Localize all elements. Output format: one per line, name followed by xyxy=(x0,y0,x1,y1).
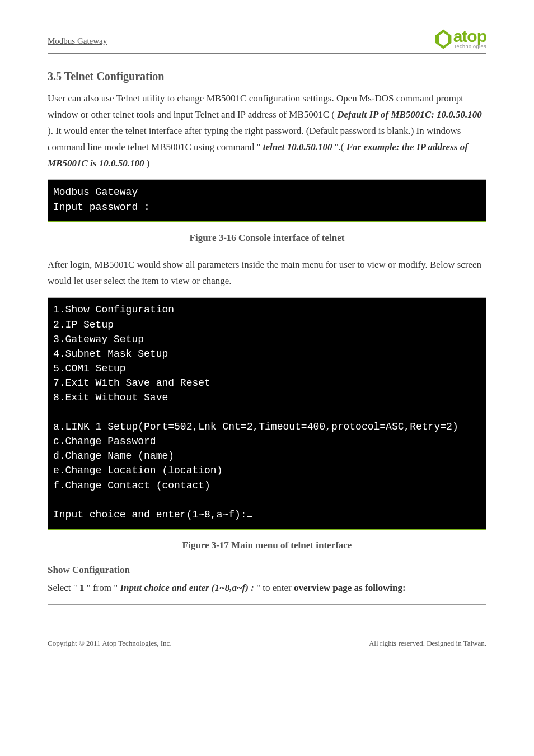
telnet-command: telnet 10.0.50.100 xyxy=(263,142,332,152)
text-span: ".( xyxy=(335,142,344,152)
default-ip-note: Default IP of MB5001C: 10.0.50.100 xyxy=(337,109,482,120)
prompt-text: Input choice and enter (1~8,a~f) : xyxy=(120,582,254,593)
terminal-line: Input password : xyxy=(53,202,150,213)
terminal-line: c.Change Password xyxy=(53,436,156,447)
brand-logo: atop Technologies xyxy=(434,28,486,49)
section-title: 3.5 Telnet Configuration xyxy=(48,70,486,83)
logo-text-block: atop Technologies xyxy=(453,28,486,49)
text-span: ) xyxy=(147,158,150,169)
terminal-line: 4.Subnet Mask Setup xyxy=(53,348,168,360)
figure-caption-1: Figure 3-16 Console interface of telnet xyxy=(48,232,486,244)
terminal-line: 7.Exit With Save and Reset xyxy=(53,377,210,389)
menu-choice-1: 1 xyxy=(79,582,85,593)
terminal-line: 8.Exit Without Save xyxy=(53,392,168,403)
sub-section-title: Show Configuration xyxy=(48,564,486,576)
overview-word: overview page as following: xyxy=(294,582,406,593)
logo-subtitle: Technologies xyxy=(453,44,486,49)
text-span: " to enter xyxy=(256,582,292,593)
header-left-title: Modbus Gateway xyxy=(48,36,107,49)
text-span: Select " xyxy=(48,582,77,593)
terminal-line: Modbus Gateway xyxy=(53,186,138,198)
terminal-line: a.LINK 1 Setup(Port=502,Lnk Cnt=2,Timeou… xyxy=(53,421,458,432)
intro-paragraph: User can also use Telnet utility to chan… xyxy=(48,91,486,171)
terminal-line: e.Change Location (location) xyxy=(53,465,222,476)
footer-divider xyxy=(48,604,486,605)
text-span: " from " xyxy=(87,582,118,593)
terminal-line: 2.IP Setup xyxy=(53,319,114,330)
footer-left: Copyright © 2011 Atop Technologies, Inc. xyxy=(48,639,172,648)
logo-word: atop xyxy=(453,28,486,45)
show-config-paragraph: Select " 1 " from " Input choice and ent… xyxy=(48,580,486,596)
atop-logo-icon xyxy=(434,29,452,49)
telnet-main-menu-terminal: 1.Show Configuration 2.IP Setup 3.Gatewa… xyxy=(48,297,486,529)
terminal-line: 5.COM1 Setup xyxy=(53,363,126,374)
terminal-line: d.Change Name (name) xyxy=(53,450,174,461)
terminal-line: 1.Show Configuration xyxy=(53,304,174,315)
figure-caption-2: Figure 3-17 Main menu of telnet interfac… xyxy=(48,540,486,551)
terminal-line: f.Change Contact (contact) xyxy=(53,480,210,491)
footer-right: All rights reserved. Designed in Taiwan. xyxy=(369,639,486,648)
header-divider xyxy=(48,53,486,54)
terminal-cursor-icon xyxy=(247,516,252,517)
page-footer: Copyright © 2011 Atop Technologies, Inc.… xyxy=(48,639,486,648)
terminal-line: 3.Gateway Setup xyxy=(53,334,144,345)
main-menu-paragraph: After login, MB5001C would show all para… xyxy=(48,257,486,290)
page-header: Modbus Gateway atop Technologies xyxy=(48,28,486,49)
terminal-prompt-line: Input choice and enter(1~8,a~f): xyxy=(53,509,247,520)
telnet-login-terminal: Modbus Gateway Input password : xyxy=(48,179,486,222)
